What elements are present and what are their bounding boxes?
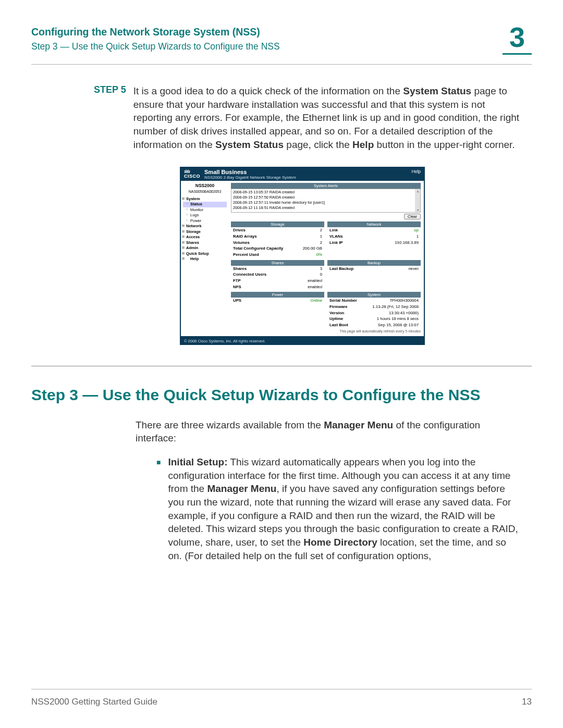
section-shares-header: Shares: [231, 260, 324, 266]
kv-v: 1.13-28 (Fri, 12 Sep 2008 13:30:43 +0000…: [361, 304, 419, 316]
kv-v: Sep 15, 2008 @ 13:07: [378, 322, 419, 328]
system-status-screenshot: ıılıılıı CISCO Small Business NSS2000 2-…: [180, 167, 532, 345]
page-footer: NSS2000 Getting Started Guide 13: [31, 689, 532, 707]
brand-line2: NSS2000 2-Bay Gigabit Network Storage Sy…: [204, 175, 296, 180]
bold: Help: [352, 139, 374, 150]
kv-v: 192.168.3.89: [395, 240, 419, 246]
kv-v: enabled: [308, 284, 322, 290]
kv-k: Percent Used: [233, 252, 259, 258]
kv-v: 2: [320, 227, 322, 233]
section-power-header: Power: [231, 292, 324, 298]
kv-k: Link IP: [329, 240, 343, 246]
kv-v: 200.00 GB: [303, 245, 322, 252]
kv-v: enabled: [308, 278, 322, 284]
nav-system[interactable]: System: [183, 196, 227, 202]
kv-k: RAID Arrays: [233, 233, 257, 240]
chapter-number-box: 3: [503, 23, 532, 55]
nav-storage[interactable]: Storage: [183, 229, 227, 235]
clear-button[interactable]: Clear: [404, 214, 421, 219]
chapter-number: 3: [503, 23, 532, 51]
bold: Manager Menu: [207, 483, 276, 494]
nav-shares[interactable]: Shares: [183, 240, 227, 246]
section-storage-header: Storage: [231, 221, 324, 227]
bold: System Status: [215, 139, 284, 150]
step5-body: It is a good idea to do a quick check of…: [133, 84, 521, 151]
kv-v: 1 hours 18 mins 8 secs: [377, 316, 419, 322]
device-model: NSS2000: [183, 183, 227, 189]
nav-logs[interactable]: Logs: [183, 213, 227, 218]
kv-k: Link: [329, 227, 338, 233]
kv-k: Last Boot: [329, 322, 348, 328]
kv-k: Last Backup: [329, 266, 353, 272]
refresh-note: This page will automatically refresh eve…: [327, 329, 421, 333]
device-id: NAS0050BA002053: [183, 189, 227, 194]
alert-row: 2008-09-15 12:57:50 RAIDA created: [233, 195, 419, 200]
kv-k: Volumes: [233, 240, 250, 246]
bold: Home Directory: [303, 537, 377, 548]
cisco-logo: ıılıılıı CISCO: [184, 169, 200, 179]
nav-network[interactable]: Network: [183, 224, 227, 229]
bullet-body: Initial Setup: This wizard automatically…: [168, 455, 521, 562]
footer-page-number: 13: [522, 697, 532, 707]
bold: Initial Setup:: [168, 456, 227, 467]
intro-paragraph: There are three wizards available from t…: [136, 418, 521, 445]
kv-v: 0%: [316, 252, 322, 258]
text: It is a good idea to do a quick check of…: [133, 85, 403, 96]
kv-k: Firmware Version: [329, 304, 361, 316]
kv-v: Online: [310, 298, 322, 304]
kv-k: Serial Number: [329, 298, 357, 304]
section-backup-header: Backup: [327, 260, 421, 266]
alert-row: 2008-09-15 13:05:37 RAIDA created: [233, 190, 419, 195]
kv-v: 7PH00H300004: [390, 298, 419, 304]
kv-k: Drives: [233, 227, 246, 233]
page-header: Configuring the Network Storage System (…: [31, 26, 532, 65]
kv-v: 2: [320, 240, 322, 246]
kv-k: UPS: [233, 298, 241, 304]
nav-status[interactable]: Status: [183, 202, 227, 207]
nav-power[interactable]: Power: [183, 218, 227, 224]
kv-v: 1: [417, 233, 419, 240]
brand-line1: Small Business: [204, 169, 296, 175]
text: button in the upper-right corner.: [374, 139, 515, 150]
section-network-header: Network: [327, 221, 421, 227]
kv-k: VLANs: [329, 233, 343, 240]
footer-guide-name: NSS2000 Getting Started Guide: [31, 697, 157, 707]
chapter-title: Configuring the Network Storage System (…: [31, 26, 503, 38]
nav-help[interactable]: Help: [183, 256, 227, 262]
alert-row: 2008-09-12 11:18:51 RAIDA created: [233, 205, 419, 211]
kv-v: 3: [320, 266, 322, 272]
kv-k: FTP: [233, 278, 241, 284]
help-link[interactable]: Help: [412, 169, 421, 174]
nav-monitor[interactable]: Monitor: [183, 207, 227, 213]
nav-quick-setup[interactable]: Quick Setup: [183, 251, 227, 257]
nav-admin[interactable]: Admin: [183, 245, 227, 251]
section-heading: Step 3 — Use the Quick Setup Wizards to …: [31, 386, 532, 404]
bullet-icon: ■: [156, 455, 161, 562]
kv-k: NFS: [233, 284, 241, 290]
section-divider: [31, 366, 532, 366]
kv-v: 0: [320, 272, 322, 278]
nav-access[interactable]: Access: [183, 235, 227, 240]
text: page, click the: [284, 139, 352, 150]
text: There are three wizards available from t…: [136, 419, 324, 430]
kv-v: never: [408, 266, 419, 272]
alert-row: 2008-09-15 12:57:11 Invalid home directo…: [233, 200, 419, 205]
kv-k: Total Configured Capacity: [233, 245, 283, 252]
bold: Manager Menu: [324, 419, 393, 430]
alerts-box: 2008-09-15 13:05:37 RAIDA created 2008-0…: [231, 189, 421, 213]
section-alerts-header: System Alerts: [231, 183, 421, 189]
chapter-subtitle: Step 3 — Use the Quick Setup Wizards to …: [31, 41, 503, 52]
scrollbar[interactable]: [415, 189, 420, 212]
bold: System Status: [403, 85, 471, 96]
kv-k: Shares: [233, 266, 247, 272]
step5-block: STEP 5 It is a good idea to do a quick c…: [94, 84, 521, 151]
kv-v: up: [414, 227, 419, 233]
bullet-initial-setup: ■ Initial Setup: This wizard automatical…: [156, 455, 521, 562]
kv-v: 1: [320, 233, 322, 240]
screenshot-copyright: © 2008 Cisco Systems, Inc. All rights re…: [180, 337, 425, 345]
kv-k: Uptime: [329, 316, 343, 322]
nav-sidebar: NSS2000 NAS0050BA002053 System Status Mo…: [181, 181, 229, 336]
step5-label: STEP 5: [94, 84, 126, 151]
kv-k: Connected Users: [233, 272, 266, 278]
section-system-header: System: [327, 292, 421, 298]
